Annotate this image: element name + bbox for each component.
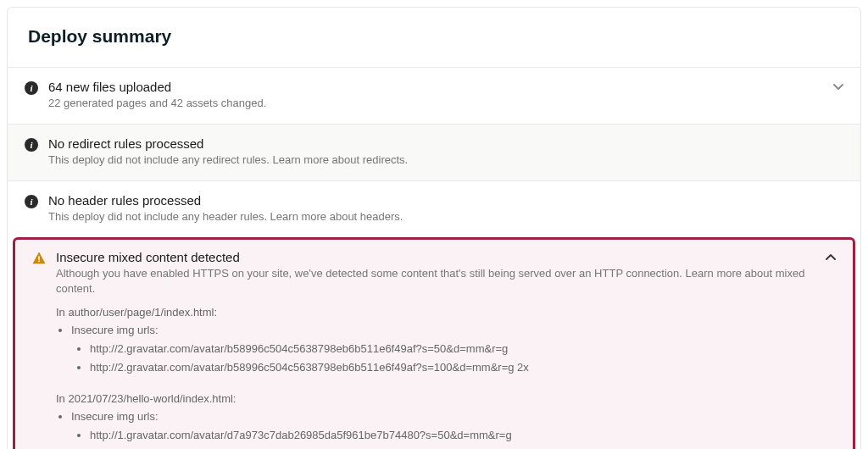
row-subtitle: This deploy did not include any redirect… bbox=[48, 152, 843, 169]
page-title: Deploy summary bbox=[28, 26, 840, 47]
row-title: No header rules processed bbox=[48, 193, 843, 208]
info-icon: i bbox=[25, 81, 38, 95]
warning-icon bbox=[32, 253, 46, 268]
detail-file-path: In author/user/page/1/index.html: bbox=[56, 304, 817, 321]
row-subtitle: 22 generated pages and 42 assets changed… bbox=[48, 96, 825, 112]
detail-label: Insecure img urls: http://1.gravatar.com… bbox=[71, 407, 817, 450]
row-subtitle: This deploy did not include any header r… bbox=[48, 209, 843, 225]
learn-more-link[interactable]: Learn more about redirects. bbox=[272, 153, 408, 166]
row-title: Insecure mixed content detected bbox=[56, 250, 817, 264]
insecure-url: http://2.gravatar.com/avatar/b58996c504c… bbox=[90, 340, 817, 358]
summary-row-headers: i No header rules processed This deploy … bbox=[8, 180, 860, 237]
info-icon: i bbox=[25, 138, 38, 152]
detail-label: Insecure img urls: http://2.gravatar.com… bbox=[71, 321, 817, 377]
row-subtitle: Although you have enabled HTTPS on your … bbox=[56, 266, 817, 298]
deploy-summary-card: Deploy summary i 64 new files uploaded 2… bbox=[7, 7, 861, 449]
row-subtitle-text: This deploy did not include any header r… bbox=[48, 210, 270, 223]
summary-row-files-uploaded[interactable]: i 64 new files uploaded 22 generated pag… bbox=[8, 67, 860, 124]
deploy-summary-header: Deploy summary bbox=[8, 8, 860, 67]
detail-file-path: In 2021/07/23/hello-world/index.html: bbox=[56, 391, 817, 407]
chevron-up-icon[interactable] bbox=[817, 250, 836, 263]
chevron-down-icon[interactable] bbox=[825, 80, 843, 92]
row-title: 64 new files uploaded bbox=[48, 80, 825, 94]
row-subtitle-text: This deploy did not include any redirect… bbox=[48, 153, 272, 166]
learn-more-link[interactable]: Learn more about headers. bbox=[270, 210, 403, 223]
row-subtitle-text: Although you have enabled HTTPS on your … bbox=[56, 267, 686, 280]
summary-row-mixed-content[interactable]: Insecure mixed content detected Although… bbox=[13, 237, 855, 449]
insecure-url: http://1.gravatar.com/avatar/d7a973c7dab… bbox=[90, 445, 817, 449]
summary-row-redirects: i No redirect rules processed This deplo… bbox=[8, 124, 860, 180]
insecure-url: http://2.gravatar.com/avatar/b58996c504c… bbox=[90, 358, 817, 377]
svg-rect-1 bbox=[38, 260, 40, 262]
insecure-url: http://1.gravatar.com/avatar/d7a973c7dab… bbox=[90, 426, 817, 445]
row-title: No redirect rules processed bbox=[48, 136, 843, 151]
info-icon: i bbox=[25, 195, 38, 208]
svg-rect-0 bbox=[38, 256, 40, 259]
